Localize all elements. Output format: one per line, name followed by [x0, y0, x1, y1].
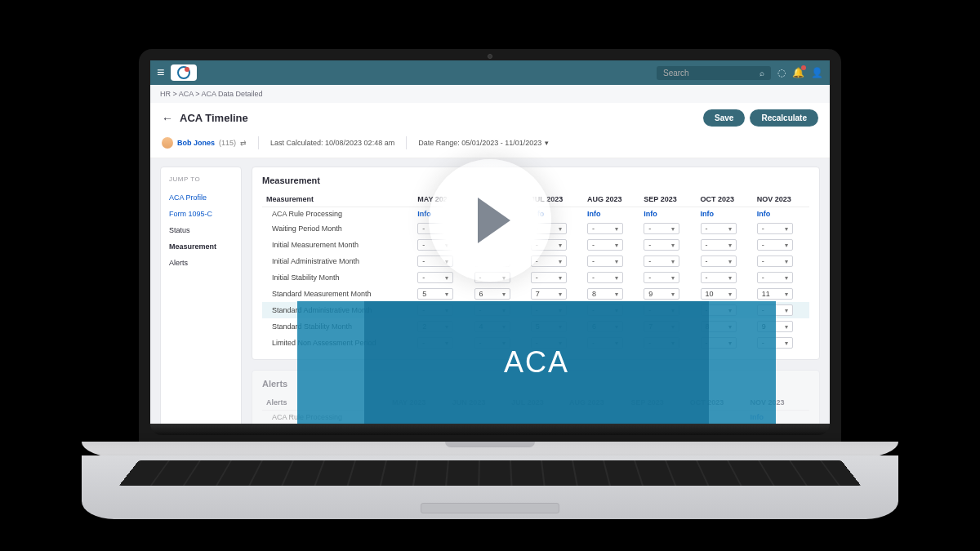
select-cell[interactable]: -▾	[701, 223, 737, 234]
info-link[interactable]: Info	[757, 210, 771, 218]
notifications-icon[interactable]: 🔔	[792, 67, 804, 78]
menu-icon[interactable]: ≡	[157, 65, 164, 80]
date-range-text: Date Range: 05/01/2023 - 11/01/2023	[418, 139, 541, 147]
select-cell[interactable]: -▾	[644, 272, 679, 283]
sidebar-item-measurement[interactable]: Measurement	[169, 238, 233, 255]
help-icon[interactable]: ◌	[777, 67, 786, 78]
play-icon	[478, 198, 510, 243]
screen-base	[150, 424, 830, 435]
trackpad	[421, 503, 559, 513]
recalculate-button[interactable]: Recalculate	[750, 109, 818, 127]
laptop-mockup: ≡ ⌕ ◌ 🔔 👤 HR > ACA > ACA Data Detailed ←…	[139, 49, 841, 519]
video-overlay-inner: ACA	[364, 301, 709, 424]
breadcrumb: HR > ACA > ACA Data Detailed	[150, 85, 830, 103]
jump-heading: JUMP TO	[169, 176, 233, 183]
overlay-title: ACA	[504, 345, 569, 380]
select-cell[interactable]: 5▾	[417, 288, 453, 300]
select-cell[interactable]: 8▾	[587, 288, 623, 300]
user-id: (115)	[219, 139, 236, 147]
keyboard-deck	[82, 455, 898, 519]
select-cell[interactable]: -▾	[587, 256, 623, 267]
select-cell[interactable]: -▾	[701, 256, 737, 267]
screen-bezel: ≡ ⌕ ◌ 🔔 👤 HR > ACA > ACA Data Detailed ←…	[139, 49, 841, 442]
select-cell[interactable]: -▾	[587, 272, 623, 283]
app-logo[interactable]	[171, 64, 197, 81]
sidebar-item-status[interactable]: Status	[169, 222, 233, 238]
video-overlay-banner: ACA	[297, 301, 776, 424]
select-cell[interactable]: -▾	[644, 223, 679, 234]
sidebar-item-aca-profile[interactable]: ACA Profile	[169, 189, 233, 206]
user-name: Bob Jones	[177, 139, 215, 147]
jump-to-sidebar: JUMP TO ACA Profile Form 1095-C Status M…	[160, 167, 242, 424]
select-cell[interactable]: 9▾	[644, 288, 679, 300]
sidebar-item-alerts[interactable]: Alerts	[169, 255, 233, 271]
keyboard	[118, 460, 861, 486]
select-cell[interactable]: -▾	[587, 223, 623, 234]
select-cell[interactable]: 7▾	[531, 288, 567, 300]
play-button[interactable]	[429, 159, 551, 282]
info-link[interactable]: Info	[644, 210, 657, 218]
select-cell[interactable]: -▾	[757, 256, 793, 267]
search-input[interactable]	[663, 69, 755, 78]
user-swap-icon[interactable]: ⇄	[240, 139, 247, 147]
select-cell[interactable]: -▾	[587, 239, 623, 251]
titlebar: ← ACA Timeline Save Recalculate	[150, 103, 830, 133]
select-cell[interactable]: -▾	[701, 272, 737, 283]
date-range-dropdown[interactable]: Date Range: 05/01/2023 - 11/01/2023 ▾	[418, 139, 549, 147]
crumb-hr[interactable]: HR	[160, 90, 171, 98]
sidebar-item-form-1095c[interactable]: Form 1095-C	[169, 206, 233, 222]
last-calculated: Last Calculated: 10/08/2023 02:48 am	[270, 139, 394, 147]
select-cell[interactable]: -▾	[644, 239, 679, 251]
info-link[interactable]: Info	[701, 210, 715, 218]
chevron-down-icon: ▾	[545, 139, 549, 147]
crumb-aca[interactable]: ACA	[179, 90, 194, 98]
camera-dot	[488, 54, 492, 59]
user-menu-icon[interactable]: 👤	[811, 67, 823, 78]
select-cell[interactable]: -▾	[757, 272, 793, 283]
select-cell[interactable]: -▾	[701, 239, 737, 251]
select-cell[interactable]: 10▾	[701, 288, 737, 300]
topbar: ≡ ⌕ ◌ 🔔 👤	[150, 60, 830, 85]
info-link[interactable]: Info	[587, 210, 601, 218]
search-icon[interactable]: ⌕	[760, 69, 764, 78]
screen: ≡ ⌕ ◌ 🔔 👤 HR > ACA > ACA Data Detailed ←…	[150, 60, 830, 424]
select-cell[interactable]: -▾	[644, 256, 679, 267]
crumb-detail: ACA Data Detailed	[202, 90, 263, 98]
page-title: ACA Timeline	[180, 112, 248, 124]
save-button[interactable]: Save	[703, 109, 745, 127]
back-icon[interactable]: ←	[162, 112, 173, 125]
select-cell[interactable]: -▾	[757, 239, 793, 251]
select-cell[interactable]: -▾	[757, 223, 793, 234]
search-input-wrap[interactable]: ⌕	[657, 66, 771, 80]
table-row: Standard Measurement Month5▾6▾7▾8▾9▾10▾1…	[262, 286, 809, 302]
avatar	[162, 137, 173, 149]
user-chip[interactable]: Bob Jones (115) ⇄	[162, 137, 247, 149]
select-cell[interactable]: 11▾	[757, 288, 793, 300]
